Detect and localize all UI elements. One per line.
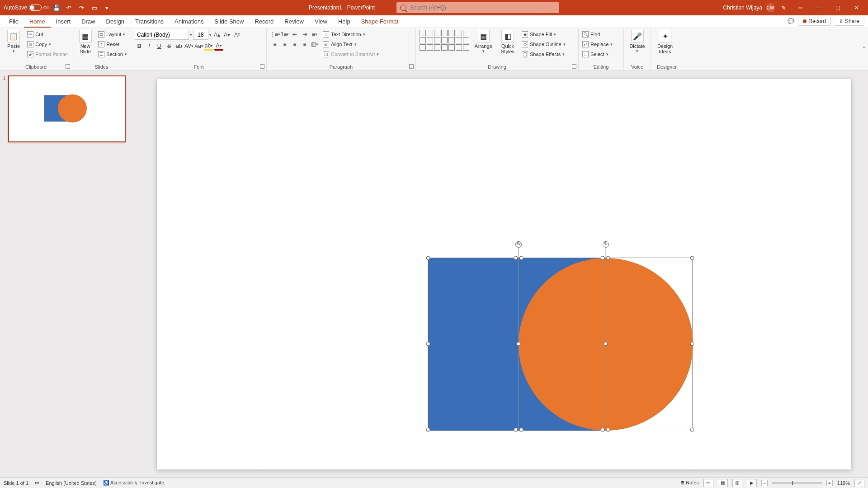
- search-box[interactable]: [396, 2, 559, 13]
- clipboard-dialog-launcher[interactable]: [66, 64, 70, 69]
- highlight-icon[interactable]: ab▾: [204, 42, 213, 51]
- close-icon[interactable]: ✕: [849, 3, 864, 13]
- resize-handle[interactable]: [514, 428, 518, 432]
- tab-shape-format[interactable]: Shape Format: [356, 16, 404, 28]
- normal-view-icon[interactable]: ▭: [703, 479, 713, 487]
- cut-button[interactable]: ✂Cut: [27, 30, 68, 39]
- underline-icon[interactable]: U: [155, 42, 164, 51]
- bold-icon[interactable]: B: [135, 42, 144, 51]
- tab-animations[interactable]: Animations: [169, 16, 209, 28]
- font-size-input[interactable]: [193, 30, 208, 40]
- shape-effects-button[interactable]: ◯Shape Effects▾: [522, 50, 566, 59]
- resize-handle[interactable]: [426, 342, 430, 346]
- resize-handle[interactable]: [690, 342, 694, 346]
- resize-handle[interactable]: [519, 256, 524, 260]
- justify-icon[interactable]: ≡: [300, 40, 309, 49]
- align-right-icon[interactable]: ≡: [290, 40, 299, 49]
- slide-canvas[interactable]: [140, 71, 868, 477]
- paste-button[interactable]: 📋 Paste ▾: [4, 30, 24, 53]
- autosave-toggle[interactable]: AutoSave Off: [4, 5, 49, 11]
- redo-icon[interactable]: ↷: [77, 3, 87, 13]
- tab-record[interactable]: Record: [249, 16, 279, 28]
- line-spacing-icon[interactable]: ≡▾: [310, 30, 319, 39]
- chevron-down-icon[interactable]: ▾: [190, 33, 192, 37]
- design-ideas-button[interactable]: ✦ Design Ideas: [655, 30, 675, 54]
- text-shadow-icon[interactable]: ab: [175, 42, 184, 51]
- paragraph-dialog-launcher[interactable]: [409, 64, 414, 69]
- bullets-icon[interactable]: ⋮≡▾: [270, 30, 279, 39]
- tab-review[interactable]: Review: [279, 16, 309, 28]
- search-input[interactable]: [406, 5, 556, 11]
- shape-fill-button[interactable]: ◆Shape Fill▾: [522, 30, 566, 39]
- start-from-beginning-icon[interactable]: ▭: [90, 3, 99, 13]
- tab-draw[interactable]: Draw: [76, 16, 100, 28]
- font-dialog-launcher[interactable]: [260, 64, 264, 69]
- find-button[interactable]: 🔍Find: [582, 30, 613, 39]
- columns-icon[interactable]: ▥▾: [310, 40, 319, 49]
- tab-transitions[interactable]: Transitions: [130, 16, 169, 28]
- font-name-input[interactable]: [135, 30, 189, 40]
- resize-handle[interactable]: [601, 256, 605, 260]
- resize-handle[interactable]: [690, 256, 694, 260]
- italic-icon[interactable]: I: [145, 42, 154, 51]
- decrease-indent-icon[interactable]: ⇤: [290, 30, 299, 39]
- resize-handle[interactable]: [426, 256, 430, 260]
- pen-icon[interactable]: ✎: [778, 3, 788, 13]
- maximize-icon[interactable]: ▢: [830, 3, 845, 13]
- slideshow-view-icon[interactable]: ▶: [747, 479, 757, 487]
- quick-styles-button[interactable]: ◧ Quick Styles: [497, 30, 518, 54]
- increase-indent-icon[interactable]: ⇥: [300, 30, 309, 39]
- comments-icon[interactable]: 💬: [786, 17, 795, 26]
- decrease-font-icon[interactable]: A▾: [222, 30, 231, 39]
- select-button[interactable]: ▭Select▾: [582, 50, 613, 59]
- zoom-level[interactable]: 119%: [837, 480, 850, 486]
- new-slide-button[interactable]: ▦ New Slide: [76, 30, 94, 54]
- tab-slide-show[interactable]: Slide Show: [209, 16, 249, 28]
- character-spacing-icon[interactable]: AV▾: [184, 42, 193, 51]
- record-button[interactable]: Record: [798, 17, 831, 26]
- notes-button[interactable]: ≣ Notes: [680, 480, 699, 486]
- resize-handle[interactable]: [514, 256, 518, 260]
- tab-file[interactable]: File: [4, 16, 24, 28]
- align-left-icon[interactable]: ≡: [270, 40, 279, 49]
- resize-handle[interactable]: [601, 428, 605, 432]
- tab-help[interactable]: Help: [333, 16, 356, 28]
- tab-home[interactable]: Home: [24, 16, 51, 28]
- strikethrough-icon[interactable]: S: [165, 42, 174, 51]
- resize-handle[interactable]: [517, 342, 521, 346]
- slide-sorter-view-icon[interactable]: ▦: [718, 479, 728, 487]
- slide-index[interactable]: Slide 1 of 1: [4, 480, 28, 486]
- customize-qat-icon[interactable]: ▾: [102, 3, 112, 13]
- increase-font-icon[interactable]: A▴: [212, 30, 222, 39]
- convert-smartart-button[interactable]: ◫Convert to SmartArt▾: [323, 50, 379, 59]
- collapse-ribbon-icon[interactable]: ˄: [863, 46, 865, 52]
- thumbnail-1[interactable]: 1: [8, 75, 132, 142]
- undo-icon[interactable]: ↶: [64, 3, 74, 13]
- resize-handle[interactable]: [519, 428, 524, 432]
- fit-to-window-icon[interactable]: ⤢: [854, 479, 864, 487]
- drawing-dialog-launcher[interactable]: [572, 64, 576, 69]
- resize-handle[interactable]: [690, 428, 694, 432]
- slide-thumbnail-pane[interactable]: 1: [0, 71, 140, 477]
- tab-design[interactable]: Design: [101, 16, 130, 28]
- resize-handle[interactable]: [604, 342, 608, 346]
- font-color-icon[interactable]: A▾: [214, 42, 223, 51]
- rotation-handle-icon[interactable]: [515, 241, 522, 248]
- reading-view-icon[interactable]: ▥: [732, 479, 742, 487]
- resize-handle[interactable]: [606, 256, 610, 260]
- minimize-icon[interactable]: —: [811, 3, 826, 13]
- user-avatar[interactable]: CW: [766, 3, 775, 12]
- numbering-icon[interactable]: 1≡▾: [280, 30, 289, 39]
- zoom-in-button[interactable]: +: [826, 480, 833, 486]
- format-painter-button[interactable]: 🖌Format Painter: [27, 50, 68, 59]
- reset-button[interactable]: ↺Reset: [98, 40, 127, 49]
- zoom-out-button[interactable]: −: [761, 480, 768, 486]
- resize-handle[interactable]: [606, 428, 610, 432]
- dictate-button[interactable]: 🎤 Dictate▾: [627, 30, 647, 53]
- resize-handle[interactable]: [426, 428, 430, 432]
- section-button[interactable]: ☰Section▾: [98, 50, 127, 59]
- align-text-button[interactable]: ⊟Align Text▾: [323, 40, 379, 49]
- shape-outline-button[interactable]: ◇Shape Outline▾: [522, 40, 566, 49]
- tab-view[interactable]: View: [309, 16, 333, 28]
- align-center-icon[interactable]: ≡: [280, 40, 289, 49]
